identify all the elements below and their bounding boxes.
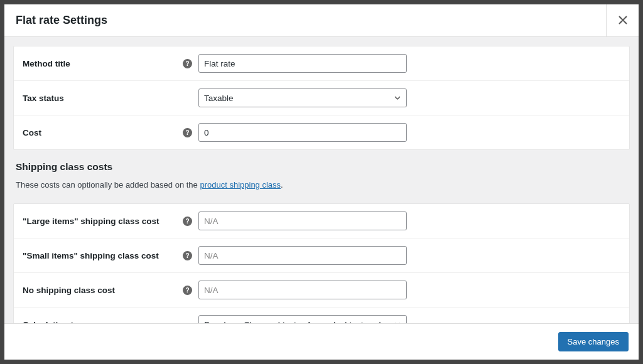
no-class-input[interactable] bbox=[198, 281, 407, 299]
large-items-row: "Large items" shipping class cost ? bbox=[14, 204, 629, 238]
product-shipping-class-link[interactable]: product shipping class bbox=[200, 180, 281, 190]
tax-status-row: Tax status Taxable bbox=[14, 81, 629, 115]
label-text: Cost bbox=[23, 128, 41, 137]
help-icon[interactable]: ? bbox=[183, 128, 192, 137]
desc-prefix: These costs can optionally be added base… bbox=[16, 180, 200, 190]
label-text: Tax status bbox=[23, 94, 64, 103]
large-items-label: "Large items" shipping class cost ? bbox=[23, 217, 198, 226]
label-text: No shipping class cost bbox=[23, 286, 115, 295]
shipping-class-heading: Shipping class costs These costs can opt… bbox=[13, 150, 630, 203]
general-settings-group: Method title ? Tax status Taxable bbox=[13, 46, 630, 150]
calc-type-row: Calculation type Per class: Charge shipp… bbox=[14, 308, 629, 323]
label-text: "Small items" shipping class cost bbox=[23, 251, 159, 260]
close-icon bbox=[619, 13, 627, 28]
tax-status-label: Tax status bbox=[23, 94, 198, 103]
help-icon[interactable]: ? bbox=[183, 251, 192, 260]
cost-label: Cost ? bbox=[23, 128, 198, 137]
method-title-label: Method title ? bbox=[23, 59, 198, 68]
small-items-label: "Small items" shipping class cost ? bbox=[23, 251, 198, 260]
cost-field bbox=[198, 123, 407, 142]
close-button[interactable] bbox=[606, 4, 639, 37]
small-items-row: "Small items" shipping class cost ? bbox=[14, 238, 629, 273]
cost-input[interactable] bbox=[198, 123, 407, 142]
no-class-field bbox=[198, 281, 407, 299]
no-class-label: No shipping class cost ? bbox=[23, 286, 198, 295]
desc-suffix: . bbox=[281, 180, 283, 190]
small-items-field bbox=[198, 246, 407, 265]
label-text: Method title bbox=[23, 59, 70, 68]
no-class-row: No shipping class cost ? bbox=[14, 273, 629, 308]
modal-title: Flat rate Settings bbox=[4, 14, 107, 27]
method-title-field bbox=[198, 54, 407, 73]
cost-row: Cost ? bbox=[14, 115, 629, 149]
save-changes-button[interactable]: Save changes bbox=[558, 332, 629, 351]
section-desc: These costs can optionally be added base… bbox=[16, 180, 627, 190]
shipping-class-group: "Large items" shipping class cost ? "Sma… bbox=[13, 203, 630, 323]
label-text: "Large items" shipping class cost bbox=[23, 217, 159, 226]
large-items-input[interactable] bbox=[198, 211, 407, 230]
help-icon[interactable]: ? bbox=[183, 286, 192, 295]
method-title-row: Method title ? bbox=[14, 46, 629, 81]
calc-type-select[interactable]: Per class: Charge shipping for each ship… bbox=[198, 315, 407, 323]
tax-status-select[interactable]: Taxable bbox=[198, 88, 407, 107]
small-items-input[interactable] bbox=[198, 246, 407, 265]
modal-body: Method title ? Tax status Taxable bbox=[4, 37, 639, 323]
modal-header: Flat rate Settings bbox=[4, 4, 639, 37]
section-title: Shipping class costs bbox=[16, 161, 627, 173]
help-icon[interactable]: ? bbox=[183, 59, 192, 68]
settings-modal: Flat rate Settings Method title ? Tax st… bbox=[4, 4, 639, 360]
tax-status-field: Taxable bbox=[198, 88, 407, 107]
method-title-input[interactable] bbox=[198, 54, 407, 73]
modal-footer: Save changes bbox=[4, 323, 639, 360]
help-icon[interactable]: ? bbox=[183, 217, 192, 226]
large-items-field bbox=[198, 211, 407, 230]
calc-type-field: Per class: Charge shipping for each ship… bbox=[198, 315, 407, 323]
